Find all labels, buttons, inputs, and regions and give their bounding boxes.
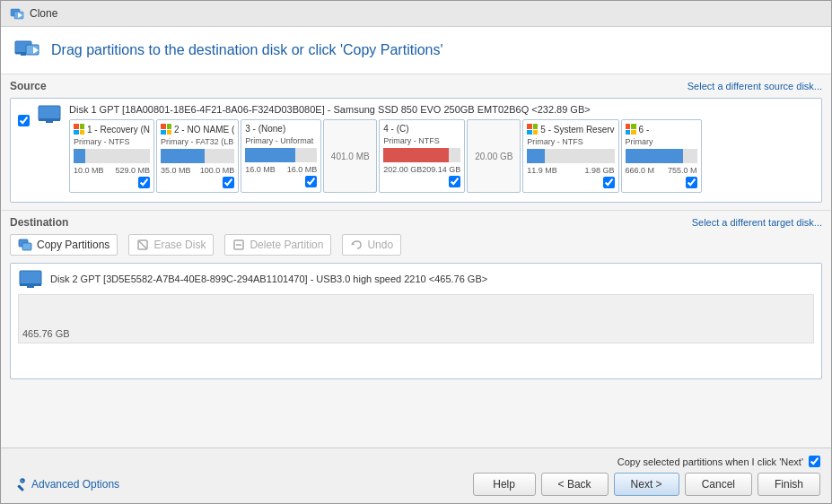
partition-bar-fill [74,149,85,163]
partition-checkbox-row [74,177,150,188]
partition-header: 4 - (C) [383,124,460,134]
partition-card-7: 5 - System Reserv Primary - NTFS 11.9 MB… [522,119,618,193]
partition-type: Primary - FAT32 (LB [161,137,234,146]
svg-rect-4 [21,54,26,56]
partition-size-used: 202.00 GB [383,165,422,174]
copy-label: Copy selected partitions when I click 'N… [617,456,803,467]
svg-rect-16 [20,271,41,285]
source-row: Disk 1 GPT [18A00801-18E6-4F21-8A06-F324… [18,104,814,196]
svg-rect-8 [46,121,53,123]
partition-name: 1 - Recovery (N [87,125,150,135]
destination-header: Destination Select a different target di… [10,216,822,229]
partition-checkbox-1[interactable] [138,177,150,188]
partition-size-used: 666.0 M [626,166,655,175]
partition-sizes: 35.0 MB 100.0 MB [161,166,234,175]
dest-disk-info: Disk 2 GPT [3D5E5582-A7B4-40E8-899C-294A… [18,269,814,289]
partitions-scroll[interactable]: 1 - Recovery (N Primary - NTFS 10.0 MB 5… [69,119,814,196]
instruction-icon [13,36,42,65]
partition-header: 2 - NO NAME ( [161,124,234,135]
partition-card-1: 1 - Recovery (N Primary - NTFS 10.0 MB 5… [69,119,154,193]
unallocated-label: 401.0 MB [331,152,370,161]
svg-rect-19 [17,484,24,491]
help-button[interactable]: Help [473,473,536,496]
source-label: Source [10,80,47,92]
footer-bar: Copy selected partitions when I click 'N… [1,448,831,503]
partition-card-8: 6 - Primary 666.0 M 755.0 M [621,119,702,193]
partition-bar [383,148,460,162]
copy-checkbox[interactable] [809,456,820,467]
dest-disk-container: Disk 2 GPT [3D5E5582-A7B4-40E8-899C-294A… [10,263,822,379]
next-button[interactable]: Next > [614,473,679,496]
partition-type: Primary - NTFS [527,137,614,146]
svg-rect-10 [22,243,31,250]
delete-partition-icon [232,239,245,251]
main-content: Drag partitions to the destination disk … [1,27,831,503]
unallocated-label: 20.00 GB [475,152,512,161]
undo-label: Undo [367,239,393,251]
partition-sizes: 16.0 MB 16.0 MB [245,165,317,174]
partition-bar [245,148,317,162]
partition-checkbox-2[interactable] [223,177,234,188]
advanced-options-label: Advanced Options [31,478,119,491]
finish-button[interactable]: Finish [758,473,820,496]
partition-card-6: 20.00 GB [467,119,521,193]
cancel-button[interactable]: Cancel [685,473,752,496]
partition-header: 6 - [626,124,697,135]
partition-checkbox-3[interactable] [305,176,317,187]
partition-sizes: 10.0 MB 529.0 MB [74,166,150,175]
partition-bar-fill [161,149,205,163]
partition-sizes: 11.9 MB 1.98 GB [527,166,614,175]
dest-disk-title: Disk 2 GPT [3D5E5582-A7B4-40E8-899C-294A… [50,274,487,284]
source-header: Source Select a different source disk... [10,80,822,92]
partition-checkbox-8[interactable] [686,177,697,188]
partition-checkbox-7[interactable] [603,177,615,188]
erase-disk-button[interactable]: Erase Disk [128,234,214,256]
win-flag-icon [527,124,538,135]
advanced-options[interactable]: Advanced Options [12,477,119,491]
wrench-icon [12,477,26,491]
source-disk-title: Disk 1 GPT [18A00801-18E6-4F21-8A06-F324… [69,104,814,115]
button-row: Advanced Options Help < Back Next > Canc… [12,473,820,496]
undo-button[interactable]: Undo [342,234,401,256]
delete-partition-button[interactable]: Delete Partition [224,234,331,256]
source-checkbox[interactable] [18,115,30,126]
destination-label: Destination [10,216,68,229]
partition-bar [161,149,234,163]
delete-partition-label: Delete Partition [250,239,323,251]
partition-checkbox-5[interactable] [449,176,460,187]
instruction-bar: Drag partitions to the destination disk … [1,27,831,74]
partition-checkbox-row [161,177,234,188]
source-section: Source Select a different source disk...… [1,74,831,210]
partition-name: 4 - (C) [383,124,408,134]
partition-checkbox-row [626,177,697,188]
destination-section: Destination Select a different target di… [1,211,831,448]
partition-bar [74,149,150,163]
partition-bar [626,149,697,163]
partition-type: Primary - NTFS [383,136,460,145]
partition-name: 3 - (None) [245,124,285,134]
partition-name: 2 - NO NAME ( [174,125,234,135]
svg-line-12 [139,241,146,248]
partition-card-2: 2 - NO NAME ( Primary - FAT32 (LB 35.0 M… [156,119,239,193]
partition-size-total: 209.14 GB [422,165,460,174]
win-flag-icon [74,124,84,135]
title-text: Clone [30,7,57,20]
partition-size-total: 100.0 MB [200,166,235,175]
partition-name: 5 - System Reserv [540,125,614,135]
source-link[interactable]: Select a different source disk... [687,81,822,91]
partition-sizes: 202.00 GB 209.14 GB [383,165,460,174]
copy-partitions-icon [18,239,32,251]
partition-size-total: 755.0 M [668,166,697,175]
source-disk-container: Disk 1 GPT [18A00801-18E6-4F21-8A06-F324… [10,98,822,203]
partition-size-total: 1.98 GB [585,166,615,175]
partition-bar-fill [527,149,544,163]
svg-rect-7 [39,118,60,121]
copy-partitions-button[interactable]: Copy Partitions [10,234,118,256]
partition-size-used: 35.0 MB [161,166,191,175]
partition-bar-fill [626,149,683,163]
partition-size-used: 10.0 MB [74,166,104,175]
destination-link[interactable]: Select a different target disk... [692,217,822,228]
partition-checkbox-row [527,177,614,188]
erase-disk-label: Erase Disk [153,239,206,251]
back-button[interactable]: < Back [541,473,609,496]
